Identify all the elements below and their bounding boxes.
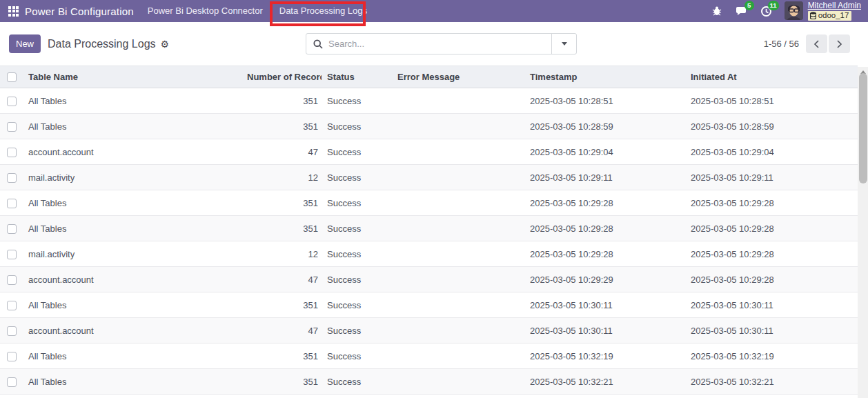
new-button[interactable]: New <box>9 34 41 53</box>
pager-next-button[interactable] <box>829 34 850 53</box>
cell-initiated-at: 2025-03-05 10:29:11 <box>685 165 858 190</box>
cell-status: Success <box>322 114 392 139</box>
table-row[interactable]: All Tables351Success2025-03-05 10:32:212… <box>0 369 858 395</box>
pager: 1-56 / 56 <box>764 34 850 53</box>
cell-table-name: All Tables <box>23 216 241 241</box>
menu-power-bi-desktop-connector[interactable]: Power Bi Desktop Connector <box>139 0 271 22</box>
topbar-systray: 5 11 Mitchell Admin odoo_17 <box>710 1 861 21</box>
cell-number-of-records: 351 <box>241 344 322 369</box>
user-menu[interactable]: Mitchell Admin odoo_17 <box>785 1 861 21</box>
user-name: Mitchell Admin <box>808 1 861 10</box>
row-checkbox[interactable] <box>7 326 17 336</box>
row-checkbox[interactable] <box>7 122 17 132</box>
cell-initiated-at: 2025-03-05 10:29:28 <box>685 267 858 292</box>
table-row[interactable]: All Tables351Success2025-03-05 10:28:592… <box>0 114 858 139</box>
cell-timestamp: 2025-03-05 10:30:11 <box>524 292 685 318</box>
messages-chat-icon[interactable]: 5 <box>735 3 749 19</box>
row-checkbox[interactable] <box>7 224 17 234</box>
cell-number-of-records: 47 <box>241 267 322 292</box>
search-input[interactable] <box>328 39 551 49</box>
row-checkbox-cell <box>0 88 23 114</box>
column-header-timestamp[interactable]: Timestamp <box>524 66 685 88</box>
cell-initiated-at: 2025-03-05 10:29:28 <box>685 190 858 216</box>
table-row[interactable]: mail.activity12Success2025-03-05 10:29:2… <box>0 241 858 267</box>
app-menu-button[interactable]: Power Bi Configuration <box>7 6 139 17</box>
table-row[interactable]: All Tables351Success2025-03-05 10:32:192… <box>0 344 858 369</box>
cell-initiated-at: 2025-03-05 10:29:28 <box>685 241 858 267</box>
cell-number-of-records: 351 <box>241 114 322 139</box>
cell-timestamp: 2025-03-05 10:28:51 <box>524 88 685 114</box>
row-checkbox-cell <box>0 344 23 369</box>
row-checkbox[interactable] <box>7 173 17 183</box>
row-checkbox[interactable] <box>7 301 17 310</box>
row-checkbox-cell <box>0 241 23 267</box>
cell-table-name: All Tables <box>23 190 241 216</box>
actions-gear-icon[interactable]: ⚙ <box>161 39 170 50</box>
table-row[interactable]: account.account47Success2025-03-05 10:30… <box>0 318 858 344</box>
row-checkbox[interactable] <box>7 352 17 361</box>
menu-data-processing-logs[interactable]: Data Processing Logs <box>271 0 375 22</box>
cell-error-message <box>392 165 524 190</box>
cell-initiated-at: 2025-03-05 10:32:21 <box>685 369 858 395</box>
row-checkbox[interactable] <box>7 377 17 387</box>
cell-error-message <box>392 369 524 395</box>
activities-clock-icon[interactable]: 11 <box>760 3 773 19</box>
database-badge: odoo_17 <box>808 11 852 21</box>
row-checkbox[interactable] <box>7 199 17 208</box>
select-all-checkbox[interactable] <box>7 72 17 82</box>
search-dropdown-toggle[interactable] <box>551 34 576 54</box>
page-title: Data Processing Logs <box>48 38 156 50</box>
cell-table-name: mail.activity <box>23 241 241 267</box>
table-row[interactable]: mail.activity12Success2025-03-05 10:29:1… <box>0 165 858 190</box>
cell-error-message <box>392 216 524 241</box>
column-header-number-of-records[interactable]: Number of Records <box>241 66 322 88</box>
cell-status: Success <box>322 267 392 292</box>
column-header-status[interactable]: Status <box>322 66 392 88</box>
cell-initiated-at: 2025-03-05 10:32:19 <box>685 344 858 369</box>
cell-error-message <box>392 292 524 318</box>
table-row[interactable]: All Tables351Success2025-03-05 10:29:282… <box>0 190 858 216</box>
top-navbar: Power Bi Configuration Power Bi Desktop … <box>0 0 868 22</box>
cell-table-name: account.account <box>23 139 241 165</box>
table-header-row: Table Name Number of Records Status Erro… <box>0 66 858 88</box>
table-row[interactable]: All Tables351Success2025-03-05 10:29:282… <box>0 216 858 241</box>
pager-previous-button[interactable] <box>806 34 827 53</box>
vertical-scrollbar[interactable] <box>858 67 868 398</box>
debug-bug-icon[interactable] <box>710 3 724 19</box>
table-row[interactable]: account.account47Success2025-03-05 10:29… <box>0 267 858 292</box>
cell-table-name: account.account <box>23 318 241 344</box>
control-panel: New Data Processing Logs ⚙ 1-56 / 56 <box>0 22 868 66</box>
search-icon <box>313 39 323 49</box>
row-checkbox[interactable] <box>7 250 17 259</box>
cell-error-message <box>392 241 524 267</box>
database-name: odoo_17 <box>818 11 849 20</box>
cell-timestamp: 2025-03-05 10:32:19 <box>524 344 685 369</box>
scrollbar-thumb[interactable] <box>859 73 867 183</box>
cell-timestamp: 2025-03-05 10:29:28 <box>524 241 685 267</box>
messages-count-badge: 5 <box>744 1 754 10</box>
column-header-table-name[interactable]: Table Name <box>23 66 241 88</box>
cell-initiated-at: 2025-03-05 10:29:04 <box>685 139 858 165</box>
table-row[interactable]: All Tables351Success2025-03-05 10:28:512… <box>0 88 858 114</box>
cell-timestamp: 2025-03-05 10:28:59 <box>524 114 685 139</box>
table-row[interactable]: account.account47Success2025-03-05 10:29… <box>0 139 858 165</box>
row-checkbox[interactable] <box>7 148 17 157</box>
row-checkbox-cell <box>0 216 23 241</box>
cell-number-of-records: 351 <box>241 369 322 395</box>
column-header-error-message[interactable]: Error Message <box>392 66 524 88</box>
row-checkbox[interactable] <box>7 275 17 285</box>
database-icon <box>810 12 816 19</box>
cell-error-message <box>392 190 524 216</box>
cell-initiated-at: 2025-03-05 10:30:11 <box>685 318 858 344</box>
row-checkbox[interactable] <box>7 97 17 106</box>
cell-table-name: account.account <box>23 267 241 292</box>
cell-status: Success <box>322 139 392 165</box>
cell-initiated-at: 2025-03-05 10:28:51 <box>685 88 858 114</box>
cell-timestamp: 2025-03-05 10:29:04 <box>524 139 685 165</box>
cell-table-name: All Tables <box>23 114 241 139</box>
cell-number-of-records: 351 <box>241 88 322 114</box>
cell-timestamp: 2025-03-05 10:32:21 <box>524 369 685 395</box>
table-row[interactable]: All Tables351Success2025-03-05 10:30:112… <box>0 292 858 318</box>
row-checkbox-cell <box>0 165 23 190</box>
column-header-initiated-at[interactable]: Initiated At <box>685 66 858 88</box>
